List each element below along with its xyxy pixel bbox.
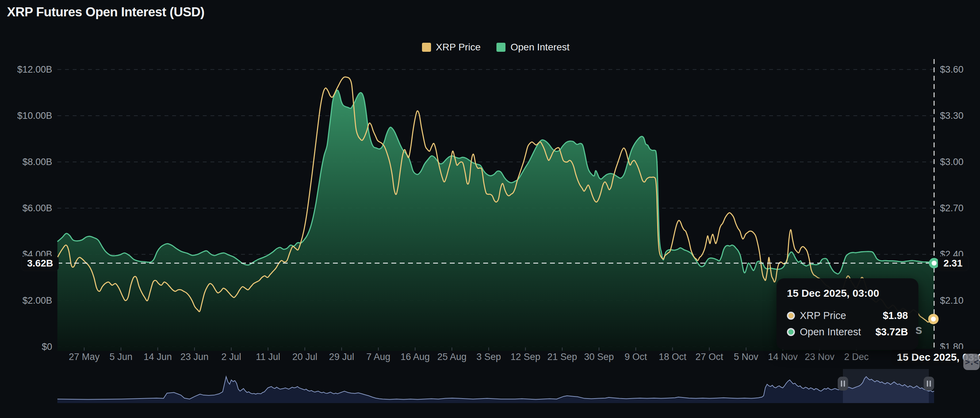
x-axis-tick-label: 27 Oct — [695, 352, 723, 363]
tooltip-row: XRP Price$1.98 — [776, 307, 918, 324]
x-axis-tick-label: 14 Nov — [768, 352, 798, 363]
x-axis-tick-label: 23 Jun — [181, 352, 209, 363]
x-axis-tick-label: 7 Aug — [366, 352, 390, 363]
tooltip-rows: XRP Price$1.98Open Interest$3.72B — [776, 307, 918, 340]
left-axis-tick-label: $0 — [0, 342, 52, 352]
left-axis-tick-label: $10.00B — [0, 111, 52, 121]
x-axis-tick-label: 9 Oct — [624, 352, 647, 363]
open-interest-current-value-label: 3.62B — [22, 256, 59, 271]
x-axis-tick-label: 20 Jul — [292, 352, 317, 363]
x-axis-tick-label: 27 May — [69, 352, 100, 363]
x-axis-tick-label: 14 Jun — [144, 352, 172, 363]
navigator-handle-grip — [929, 380, 931, 387]
tooltip-series-value: $3.72B — [875, 326, 908, 338]
left-axis-tick-label: $6.00B — [0, 203, 52, 214]
series-endpoint-dot — [930, 259, 938, 267]
left-axis-tick-label: $12.00B — [0, 64, 52, 75]
tooltip-series-dot-icon — [787, 312, 795, 320]
x-axis-tick-label: 18 Oct — [659, 352, 686, 363]
x-axis-tick-label: 5 Nov — [734, 352, 758, 363]
x-axis-tick-label: 30 Sep — [584, 352, 614, 363]
x-axis-tick-label: 11 Jul — [256, 352, 280, 363]
tooltip-series-label: XRP Price — [800, 310, 883, 321]
x-axis-tick-label: 23 Nov — [805, 352, 835, 363]
right-axis-tick-label: $3.00 — [940, 157, 964, 168]
x-axis-tick-label: 5 Jun — [110, 352, 132, 363]
x-axis-tick-label: 16 Aug — [401, 352, 430, 363]
tooltip-date: 15 Dec 2025, 03:00 — [787, 287, 908, 299]
navigator-handle-grip — [927, 380, 928, 387]
tooltip: 15 Dec 2025, 03:00 XRP Price$1.98Open In… — [776, 278, 918, 350]
watermark-fragment: s — [915, 323, 922, 337]
left-axis-tick-label: $2.00B — [0, 295, 52, 306]
right-axis-tick-label: $2.70 — [940, 203, 964, 214]
tooltip-row: Open Interest$3.72B — [776, 324, 918, 340]
tooltip-series-dot-icon — [787, 328, 795, 336]
x-axis-tick-label: 12 Sep — [511, 352, 541, 363]
navigator-handle-grip — [844, 380, 845, 387]
right-axis-tick-label: $3.60 — [940, 64, 964, 75]
navigator-handle[interactable] — [838, 377, 848, 391]
x-axis-tick-label: 25 Aug — [437, 352, 466, 363]
x-axis-tick-label: 3 Sep — [476, 352, 501, 363]
x-axis-tick-label: 2 Dec — [844, 352, 869, 363]
left-axis-tick-label: $8.00B — [0, 157, 52, 168]
tooltip-series-label: Open Interest — [800, 326, 875, 338]
navigator-handle-grip — [841, 380, 842, 387]
series-endpoint-dot — [929, 315, 937, 323]
navigator-handle[interactable] — [924, 377, 934, 391]
x-axis-tick-label: 29 Jul — [329, 352, 354, 363]
x-axis-tick-label: 2 Jul — [221, 352, 241, 363]
navigator-selection[interactable] — [843, 369, 929, 403]
navigator-collapse-button[interactable]: >.< — [963, 354, 980, 370]
tooltip-series-value: $1.98 — [883, 310, 908, 321]
x-axis-tick-label: 21 Sep — [547, 352, 577, 363]
chart-root: XRP Futures Open Interest (USD) XRP Pric… — [0, 0, 980, 418]
right-axis-tick-label: $2.10 — [940, 295, 964, 306]
price-axis-marker-label: 2.31 — [938, 256, 968, 271]
right-axis-tick-label: $3.30 — [940, 111, 964, 121]
